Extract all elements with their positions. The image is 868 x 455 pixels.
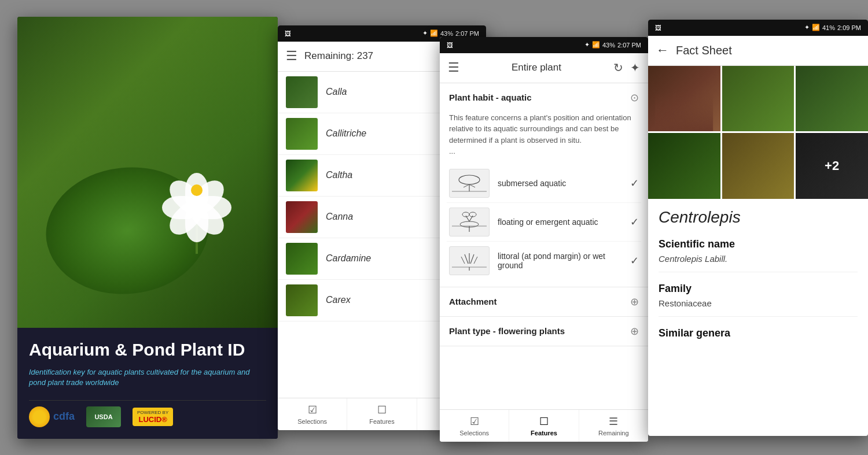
submersed-svg [452,171,487,195]
expand-icon-plant-type[interactable]: ⊕ [630,325,639,338]
status-right-features: ✦ 📶 43% 2:07 PM [584,41,641,49]
submersed-diagram [449,169,490,198]
factsheet-toolbar: ← Fact Sheet [648,36,868,66]
status-image-icon-f: 🖼 [447,42,453,49]
logo-usda: USDA [86,406,121,427]
factsheet-title: Fact Sheet [676,44,860,57]
cover-flower [150,138,243,254]
caltha-name: Caltha [326,170,352,180]
fact-family: Family Restoniaceae [659,283,858,317]
photo-4[interactable] [648,133,720,199]
battery-pct-fs: 41% [822,24,835,31]
status-right: ✦ 📶 43% 2:07 PM [422,29,479,37]
canna-thumbnail [286,201,318,233]
status-image-icon: 🖼 [285,30,291,37]
littoral-label: littoral (at pond margin) or wet ground [498,251,622,270]
photo-2[interactable] [722,66,795,132]
battery-pct-f: 43% [602,42,615,49]
bluetooth-icon: ✦ [422,29,428,37]
feature-header-attachment[interactable]: Attachment ⊕ [440,287,648,316]
feature-options-plant-habit: submersed aquatic ✓ [440,164,648,287]
time-display-fs: 2:09 PM [837,24,861,31]
fact-scientific-name: Scientific name Centrolepis Labill. [659,238,858,272]
menu-icon-features[interactable]: ☰ [448,60,459,75]
features-label: Features [369,418,394,425]
submersed-label: submersed aquatic [498,179,622,188]
feature-header-plant-habit[interactable]: Plant habit - aquatic ⊙ [440,83,648,112]
option-submersed[interactable]: submersed aquatic ✓ [447,164,641,203]
canna-name: Canna [326,212,353,222]
selections-label: Selections [297,418,327,425]
svg-line-14 [465,254,468,264]
svg-line-3 [464,184,469,187]
cover-logos: cdfa USDA POWERED BY LUCID® [29,400,266,427]
feature-section-attachment: Attachment ⊕ [440,287,648,317]
photo-5[interactable] [722,133,795,199]
svg-line-18 [474,257,477,264]
wand-icon[interactable]: ✦ [630,61,640,75]
signal-strength: 📶 [430,29,438,37]
callitriche-name: Callitriche [326,128,366,139]
callitriche-thumbnail [286,118,318,150]
collapse-icon-plant-habit[interactable]: ⊙ [630,91,639,104]
tab-features[interactable]: ☐ Features [347,398,417,430]
plant-type-title: Plant type - flowering plants [449,326,565,336]
submersed-check: ✓ [630,177,639,190]
features-icon: ☐ [377,404,387,416]
time-display: 2:07 PM [455,30,479,37]
calla-name: Calla [326,87,347,97]
cover-image [17,17,278,341]
expand-icon-attachment[interactable]: ⊕ [630,295,639,308]
photo-6-plus[interactable]: +2 [796,133,868,199]
svg-line-16 [470,254,474,264]
screen-cover: Aquarium & Pond Plant ID Identification … [17,17,278,439]
selections-icon-f: ☑ [470,415,479,428]
cdfa-sun-icon [29,406,50,427]
scientific-name-value: Centrolepis Labill. [659,254,858,264]
photo-plus-badge: +2 [825,158,839,173]
family-label: Family [659,283,858,295]
refresh-icon[interactable]: ↻ [613,61,623,75]
features-toolbar: ☰ Entire plant ↻ ✦ [440,53,648,83]
svg-point-1 [459,175,480,184]
bluetooth-icon-fs: ✦ [804,24,810,31]
signal-icon-fs: 📶 [812,24,820,31]
cover-text-area: Aquarium & Pond Plant ID Identification … [17,328,278,438]
status-left-fs: 🖼 [655,24,661,31]
genus-name: Centrolepis [659,208,858,227]
caltha-thumbnail [286,160,318,191]
usda-text: USDA [94,413,112,420]
app-subtitle: Identification key for aquatic plants cu… [29,367,266,388]
scientific-name-label: Scientific name [659,238,858,250]
option-littoral[interactable]: littoral (at pond margin) or wet ground … [447,242,641,280]
lucid-name-text: LUCID® [138,415,167,424]
option-floating[interactable]: floating or emergent aquatic ✓ [447,203,641,242]
tab-selections-f[interactable]: ☑ Selections [440,410,509,442]
screen-features: 🖼 ✦ 📶 43% 2:07 PM ☰ Entire plant ↻ ✦ Pla… [440,37,648,442]
photo-grid: +2 [648,66,868,199]
photo-3[interactable] [796,66,868,132]
features-icon-f: ☐ [539,415,549,428]
carex-name: Carex [326,295,351,305]
usda-badge: USDA [86,406,121,427]
tab-features-f[interactable]: ☐ Features [509,410,579,442]
status-left-features: 🖼 [447,42,453,49]
photo-1[interactable] [648,66,720,132]
flower-center [191,184,203,196]
logo-lucid: POWERED BY LUCID® [133,408,173,426]
family-value: Restoniaceae [659,298,858,308]
tab-selections[interactable]: ☑ Selections [278,398,347,430]
menu-icon[interactable]: ☰ [286,49,297,64]
tab-remaining-f[interactable]: ☰ Remaining [579,410,648,442]
back-button[interactable]: ← [656,43,669,58]
status-bar-factsheet: 🖼 ✦ 📶 41% 2:09 PM [648,20,868,36]
svg-line-17 [461,257,465,264]
remaining-icon-f: ☰ [609,415,618,428]
time-display-f: 2:07 PM [617,42,641,49]
app-title: Aquarium & Pond Plant ID [29,339,266,360]
carex-thumbnail [286,284,318,316]
calla-thumbnail [286,76,318,108]
svg-line-4 [469,184,475,187]
fact-similar-genera: Similar genera [659,327,858,351]
feature-header-plant-type[interactable]: Plant type - flowering plants ⊕ [440,317,648,346]
